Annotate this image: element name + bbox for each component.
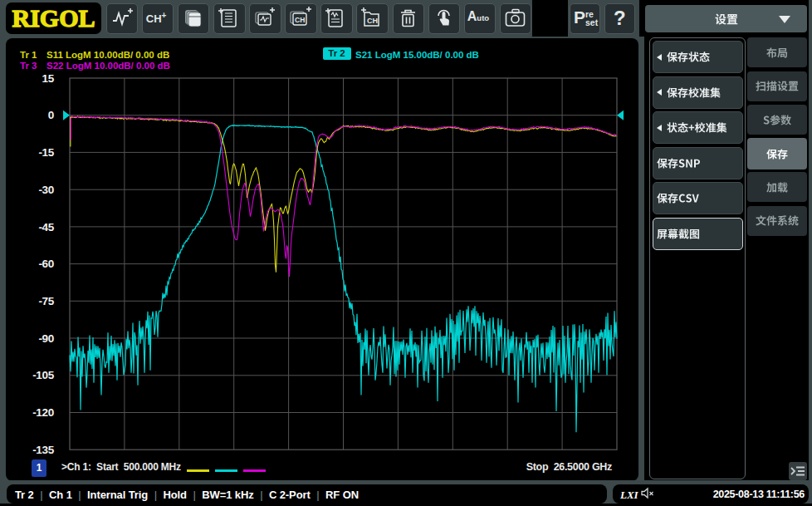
svg-text:CH: CH <box>367 16 378 24</box>
svg-text:CH: CH <box>295 15 305 23</box>
